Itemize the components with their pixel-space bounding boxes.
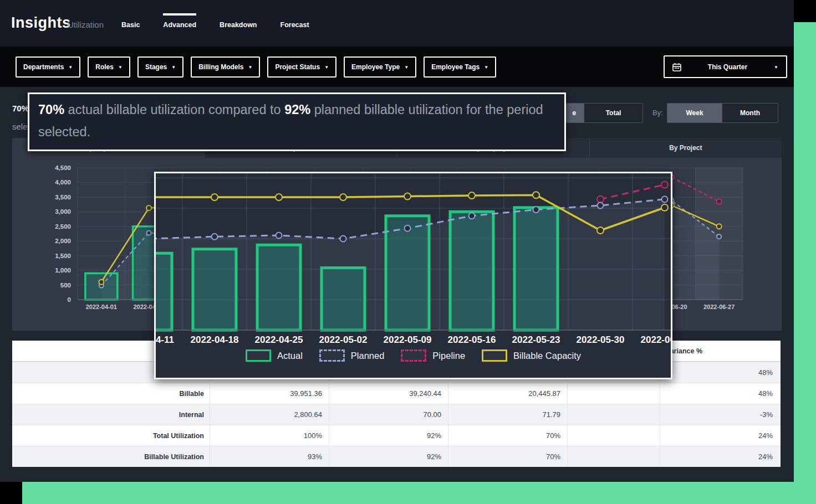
cell-value: 92% <box>329 446 448 467</box>
table-row-internal: Internal 2,800.64 70.00 71.79 -3% <box>12 404 781 425</box>
period-toggle: Week Month <box>667 103 778 123</box>
metric-toggle-total[interactable]: Total <box>584 104 642 122</box>
cell-value <box>567 404 660 425</box>
actual-bar <box>193 249 236 330</box>
legend-label: Billable Capacity <box>513 351 581 361</box>
actual-bar <box>450 212 493 330</box>
x-tick-label: 2022-05-30 <box>577 335 625 345</box>
y-tick-label: 3,500 <box>55 194 71 200</box>
x-tick-label: 2022-04-25 <box>255 335 303 345</box>
table-row-total-utilization: Total Utilization 100% 92% 70% 24% <box>12 425 781 446</box>
summary-fragment: actual billable utilization compared to <box>64 102 284 117</box>
tab-forecast[interactable]: Forecast <box>280 13 309 35</box>
cell-value: 93% <box>210 446 329 467</box>
actual-percent: 70% <box>12 104 29 113</box>
planned-marker <box>598 202 604 208</box>
actual-bar <box>257 245 300 330</box>
y-tick-label: 1,500 <box>55 253 71 259</box>
capacity-marker <box>468 192 475 199</box>
filter-label: Roles <box>95 63 114 71</box>
tab-advanced[interactable]: Advanced <box>163 13 196 35</box>
cell-value: 70% <box>448 425 567 446</box>
cell-value: 71.79 <box>448 404 567 425</box>
y-tick-label: 2,000 <box>55 238 71 244</box>
actual-bar <box>322 268 365 330</box>
y-tick-label: 3,000 <box>55 208 71 215</box>
date-range-picker[interactable]: This Quarter ▼ <box>664 55 787 78</box>
cell-value: 100% <box>210 425 329 446</box>
capacity-marker <box>211 194 218 200</box>
y-tick-label: 4,000 <box>55 179 71 186</box>
legend-swatch <box>482 349 507 362</box>
calendar-icon <box>672 63 681 71</box>
legend-item-actual: Actual <box>246 349 303 362</box>
tab-by-project[interactable]: By Project <box>589 138 782 158</box>
chevron-down-icon: ▼ <box>68 65 73 70</box>
chevron-down-icon: ▼ <box>171 65 176 70</box>
planned-marker <box>212 234 218 240</box>
cell-value <box>567 446 660 467</box>
chevron-down-icon: ▼ <box>248 65 253 70</box>
top-header: Insights Utilization Basic Advanced Brea… <box>0 0 794 47</box>
period-toggle-month[interactable]: Month <box>722 104 778 122</box>
filter-employee-tags[interactable]: Employee Tags▼ <box>424 56 496 78</box>
chevron-down-icon: ▼ <box>774 65 778 70</box>
filter-label: Billing Models <box>198 63 243 71</box>
chevron-down-icon: ▼ <box>324 65 329 70</box>
pipeline-marker <box>597 196 604 203</box>
tab-breakdown[interactable]: Breakdown <box>220 13 257 35</box>
planned-marker <box>662 196 668 202</box>
row-label: Internal <box>12 404 210 425</box>
app-title: Insights <box>11 14 71 32</box>
variance-value: 24% <box>660 446 781 467</box>
summary-callout: 70% actual billable utilization compared… <box>28 92 566 151</box>
x-tick-label: 2022-04-01 <box>86 304 117 310</box>
filter-label: Departments <box>23 63 64 71</box>
planned-marker <box>147 230 151 235</box>
filter-label: Employee Tags <box>431 63 480 71</box>
cell-value: 70.00 <box>329 404 448 425</box>
planned-percent: 92% <box>284 102 310 117</box>
capacity-marker <box>717 224 722 229</box>
capacity-marker <box>404 193 411 199</box>
chevron-down-icon: ▼ <box>484 65 488 70</box>
pipeline-marker <box>661 181 668 188</box>
capacity-marker <box>533 192 539 198</box>
row-label: Billable Utilization <box>12 446 210 467</box>
filter-employee-type[interactable]: Employee Type▼ <box>344 56 416 78</box>
planned-marker <box>340 235 346 241</box>
filter-roles[interactable]: Roles▼ <box>88 56 130 78</box>
cell-value: 39,240.44 <box>329 383 448 404</box>
y-tick-label: 2,500 <box>55 223 71 230</box>
variance-value: -3% <box>660 404 781 425</box>
filter-project-status[interactable]: Project Status▼ <box>267 56 336 78</box>
capacity-marker <box>99 280 104 285</box>
filter-stages[interactable]: Stages▼ <box>137 56 183 78</box>
y-tick-label: 4,500 <box>55 164 71 171</box>
app-window: Insights Utilization Basic Advanced Brea… <box>0 0 794 482</box>
period-toggle-week[interactable]: Week <box>667 104 722 122</box>
x-tick-label: 2022-05-09 <box>384 335 432 345</box>
actual-bar <box>156 253 172 330</box>
by-label: By: <box>652 109 663 117</box>
x-tick-label: 2022-06-06 <box>641 335 671 345</box>
planned-marker <box>469 213 475 219</box>
planned-marker <box>717 234 721 239</box>
row-label: Total Utilization <box>12 425 210 446</box>
table-row-billable-utilization: Billable Utilization 93% 92% 70% 24% <box>12 446 781 467</box>
zoom-overlay-chart: 2022-04-112022-04-182022-04-252022-05-02… <box>154 172 672 379</box>
x-tick-label: 2022-05-02 <box>319 335 368 345</box>
filter-departments[interactable]: Departments▼ <box>16 56 80 78</box>
x-tick-label: 2022-04-11 <box>156 335 174 345</box>
tab-basic[interactable]: Basic <box>121 13 140 35</box>
cell-value <box>567 425 660 446</box>
filter-billing-models[interactable]: Billing Models▼ <box>191 56 260 78</box>
overlay-chart: 2022-04-112022-04-182022-04-252022-05-02… <box>156 173 671 346</box>
legend-item-billable-capacity: Billable Capacity <box>482 349 581 362</box>
filter-label: Employee Type <box>351 63 400 71</box>
legend-swatch <box>401 349 426 362</box>
capacity-marker <box>146 205 151 210</box>
chart-legend: ActualPlannedPipelineBillable Capacity <box>156 349 671 362</box>
legend-label: Actual <box>277 351 303 361</box>
header-tabs: Basic Advanced Breakdown Forecast <box>110 0 321 47</box>
